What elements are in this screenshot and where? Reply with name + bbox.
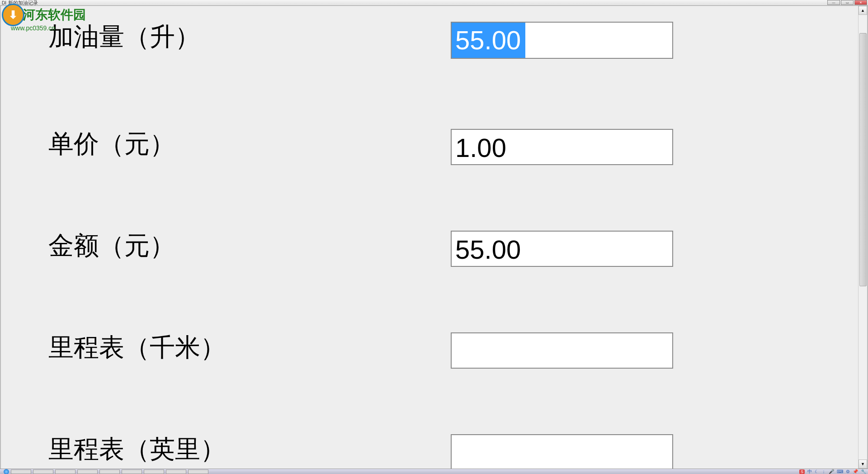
- taskbar-app-5[interactable]: [99, 469, 120, 474]
- taskbar: S 中 ☾ ： 🎤 ⌨ ⚙ 📌 🔧: [0, 469, 868, 474]
- taskbar-app-2[interactable]: [33, 469, 53, 474]
- scroll-down-button[interactable]: ▼: [859, 460, 867, 469]
- input-fuel-amount-value: 55.00: [452, 23, 525, 58]
- taskbar-app-8[interactable]: [166, 469, 186, 474]
- window-titlebar: DI 新的加油记录 — ▭ ✕: [0, 0, 868, 6]
- tray-keyboard-icon[interactable]: ⌨: [837, 469, 843, 474]
- tray-mic-icon[interactable]: 🎤: [829, 469, 834, 474]
- taskbar-app-9[interactable]: [188, 469, 208, 474]
- input-odometer-km[interactable]: [451, 332, 673, 369]
- label-odometer-miles: 里程表（英里）: [48, 434, 451, 465]
- label-amount: 金额（元）: [48, 231, 451, 261]
- label-fuel-amount: 加油量（升）: [48, 22, 451, 52]
- taskbar-app-4[interactable]: [77, 469, 98, 474]
- scroll-up-button[interactable]: ▲: [859, 6, 867, 15]
- maximize-button[interactable]: ▭: [841, 0, 854, 5]
- window-controls: — ▭ ✕: [827, 0, 867, 5]
- form-row-amount: 金额（元） 55.00: [48, 231, 858, 267]
- label-odometer-km: 里程表（千米）: [48, 332, 451, 363]
- input-odometer-miles[interactable]: [451, 434, 673, 469]
- window-icon: DI: [2, 0, 6, 5]
- start-button[interactable]: [4, 469, 9, 474]
- ime-indicator-icon[interactable]: S: [799, 469, 805, 474]
- close-button[interactable]: ✕: [854, 0, 867, 5]
- form-row-fuel-amount: 加油量（升） 55.00: [48, 22, 858, 59]
- label-unit-price: 单价（元）: [48, 129, 451, 159]
- window-title: 新的加油记录: [8, 0, 38, 6]
- tray-punct-icon[interactable]: ：: [821, 469, 826, 474]
- system-tray: S 中 ☾ ： 🎤 ⌨ ⚙ 📌 🔧: [799, 469, 866, 474]
- fuel-record-form: 加油量（升） 55.00 单价（元） 1.00 金额（元） 55.00 里程表（…: [1, 6, 858, 469]
- input-fuel-amount[interactable]: 55.00: [451, 22, 673, 59]
- input-unit-price[interactable]: 1.00: [451, 129, 673, 165]
- taskbar-app-3[interactable]: [55, 469, 75, 474]
- tray-pin-icon[interactable]: 📌: [853, 469, 858, 474]
- tray-wrench-icon[interactable]: 🔧: [861, 469, 866, 474]
- scroll-thumb[interactable]: [859, 33, 867, 286]
- client-area: 加油量（升） 55.00 单价（元） 1.00 金额（元） 55.00 里程表（…: [0, 6, 868, 469]
- taskbar-app-6[interactable]: [122, 469, 142, 474]
- tray-gear-icon[interactable]: ⚙: [846, 469, 850, 474]
- ime-lang-icon[interactable]: 中: [807, 469, 812, 474]
- tray-moon-icon[interactable]: ☾: [815, 469, 819, 474]
- taskbar-app-7[interactable]: [144, 469, 164, 474]
- form-row-odometer-km: 里程表（千米）: [48, 332, 858, 369]
- minimize-button[interactable]: —: [827, 0, 840, 5]
- taskbar-app-1[interactable]: [11, 469, 31, 474]
- vertical-scrollbar[interactable]: ▲ ▼: [858, 6, 867, 469]
- form-row-odometer-miles: 里程表（英里）: [48, 434, 858, 469]
- input-amount[interactable]: 55.00: [451, 231, 673, 267]
- form-row-unit-price: 单价（元） 1.00: [48, 129, 858, 165]
